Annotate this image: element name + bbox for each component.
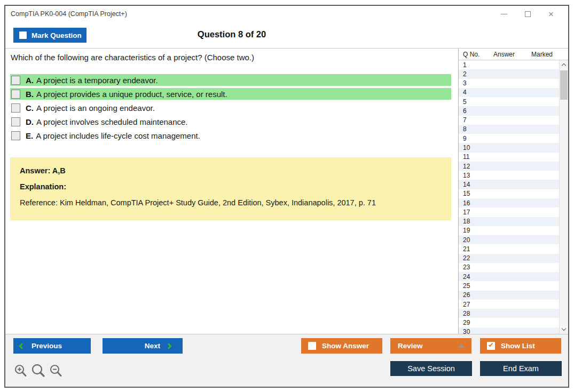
question-list-row[interactable]: 24 — [459, 272, 559, 281]
option-text: A project is an ongoing endeavor. — [36, 103, 155, 113]
option-letter: D. — [26, 117, 34, 126]
header-marked: Marked — [531, 51, 568, 58]
title-bar: CompTIA PK0-004 (CompTIA Project+) × — [5, 6, 568, 22]
main-area: Which of the following are characteristi… — [5, 48, 568, 334]
option-b-checkbox[interactable] — [11, 90, 20, 99]
question-list-row[interactable]: 10 — [459, 143, 559, 152]
question-list-row[interactable]: 25 — [459, 281, 559, 290]
option-e-checkbox[interactable] — [11, 131, 20, 140]
question-list-row[interactable]: 23 — [459, 263, 559, 272]
question-list-row[interactable]: 11 — [459, 153, 559, 162]
next-label: Next — [145, 342, 160, 350]
question-list-row[interactable]: 30 — [459, 327, 559, 334]
reference-line: Reference: Kim Heldman, CompTIA Project+… — [20, 198, 442, 207]
option-d-checkbox[interactable] — [11, 117, 20, 126]
show-answer-checkbox[interactable] — [308, 342, 316, 350]
option-d[interactable]: D. A project involves scheduled maintena… — [10, 116, 451, 127]
question-number: 1 — [463, 61, 467, 69]
zoom-reset-icon[interactable] — [31, 363, 45, 378]
question-list-row[interactable]: 4 — [459, 88, 559, 97]
bottom-bar: Previous Next Show Answer Review Show Li… — [5, 334, 568, 387]
chevron-up-icon — [562, 63, 566, 68]
chevron-right-icon — [166, 343, 171, 349]
question-number: 27 — [463, 301, 470, 308]
question-list-row[interactable]: 19 — [459, 226, 559, 235]
next-button[interactable]: Next — [103, 338, 183, 354]
show-list-label: Show List — [501, 342, 535, 350]
scroll-up-button[interactable] — [560, 60, 568, 69]
question-list-row[interactable]: 29 — [459, 318, 559, 327]
question-list-row[interactable]: 27 — [459, 300, 559, 309]
show-list-checkbox[interactable] — [487, 342, 495, 350]
question-number: 19 — [463, 227, 470, 234]
question-list-row[interactable]: 12 — [459, 162, 559, 171]
question-list-row[interactable]: 20 — [459, 235, 559, 244]
question-list-row[interactable]: 22 — [459, 254, 559, 263]
question-list-row[interactable]: 28 — [459, 309, 559, 318]
window-title: CompTIA PK0-004 (CompTIA Project+) — [11, 10, 127, 18]
question-list-row[interactable]: 14 — [459, 180, 559, 189]
explanation-box: Answer: A,B Explanation: Reference: Kim … — [10, 157, 451, 220]
question-list-row[interactable]: 16 — [459, 198, 559, 207]
question-number: 13 — [463, 172, 470, 179]
question-list-header: Q No. Answer Marked — [459, 49, 568, 60]
question-list-row[interactable]: 7 — [459, 116, 559, 125]
option-c-checkbox[interactable] — [11, 103, 20, 113]
option-letter: A. — [26, 76, 34, 85]
review-button[interactable]: Review — [390, 338, 471, 354]
question-list-row[interactable]: 26 — [459, 291, 559, 300]
scrollbar-thumb[interactable] — [560, 70, 568, 100]
option-text: A project includes life-cycle cost manag… — [36, 131, 200, 140]
minimize-button[interactable] — [492, 6, 516, 22]
show-list-button[interactable]: Show List — [480, 338, 561, 354]
option-b[interactable]: B. A project provides a unique product, … — [10, 88, 451, 100]
option-e[interactable]: E. A project includes life-cycle cost ma… — [10, 130, 451, 141]
scroll-down-button[interactable] — [560, 325, 568, 334]
option-c[interactable]: C. A project is an ongoing endeavor. — [10, 102, 451, 114]
explanation-label: Explanation: — [20, 182, 442, 191]
save-session-button[interactable]: Save Session — [390, 361, 472, 376]
question-number: 23 — [463, 263, 470, 271]
zoom-out-icon[interactable] — [49, 364, 62, 378]
question-list-row[interactable]: 15 — [459, 189, 559, 198]
option-a-checkbox[interactable] — [11, 76, 20, 85]
question-list-row[interactable]: 2 — [459, 69, 559, 78]
question-list-row[interactable]: 6 — [459, 106, 559, 115]
review-label: Review — [398, 342, 423, 350]
question-list-row[interactable]: 1 — [459, 60, 559, 69]
zoom-in-icon[interactable] — [14, 364, 27, 378]
answer-line: Answer: A,B — [20, 166, 442, 175]
question-number: 18 — [463, 218, 470, 225]
question-number: 10 — [463, 144, 470, 151]
question-list-row[interactable]: 9 — [459, 134, 559, 143]
question-list-row[interactable]: 18 — [459, 217, 559, 226]
close-button[interactable]: × — [539, 6, 563, 22]
question-list-row[interactable]: 21 — [459, 244, 559, 253]
chevron-left-icon — [19, 343, 25, 349]
maximize-button[interactable] — [516, 6, 539, 22]
question-list-panel: Q No. Answer Marked 12345678910111213141… — [458, 49, 568, 334]
option-text: A project involves scheduled maintenance… — [36, 117, 188, 126]
question-list-row[interactable]: 5 — [459, 97, 559, 106]
zoom-toolbar — [14, 363, 62, 378]
question-list-scrollbar[interactable] — [559, 60, 568, 334]
question-list-row[interactable]: 8 — [459, 125, 559, 134]
question-list-row[interactable]: 3 — [459, 79, 559, 88]
triangle-up-icon — [459, 344, 464, 348]
option-letter: C. — [26, 103, 34, 113]
question-list-row[interactable]: 13 — [459, 171, 559, 180]
option-text: A project is a temporary endeavor. — [36, 76, 158, 85]
question-number: 21 — [463, 245, 470, 253]
question-number: 25 — [463, 282, 470, 290]
previous-button[interactable]: Previous — [13, 338, 91, 354]
question-list-rows: 1234567891011121314151617181920212223242… — [459, 60, 559, 334]
options-list: A. A project is a temporary endeavor. B.… — [10, 74, 458, 141]
option-a[interactable]: A. A project is a temporary endeavor. — [10, 74, 451, 86]
question-number: 26 — [463, 291, 470, 299]
show-answer-button[interactable]: Show Answer — [301, 338, 382, 354]
question-number: 15 — [463, 190, 470, 197]
question-number: 28 — [463, 310, 470, 317]
end-exam-label: End Exam — [503, 364, 539, 373]
question-list-row[interactable]: 17 — [459, 207, 559, 217]
end-exam-button[interactable]: End Exam — [480, 361, 562, 376]
